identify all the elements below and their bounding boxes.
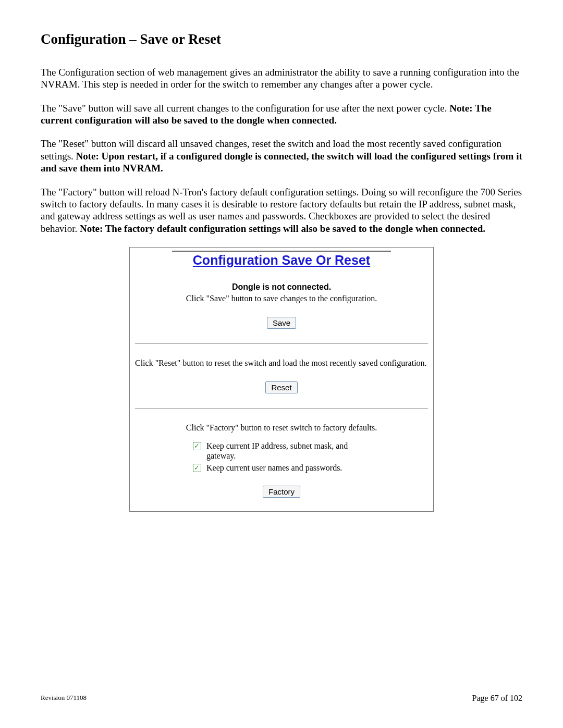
dongle-status: Dongle is not connected. bbox=[133, 282, 430, 292]
intro-paragraph: The Configuration section of web managem… bbox=[41, 66, 522, 91]
keep-users-label: Keep current user names and passwords. bbox=[206, 463, 342, 473]
keep-users-row: ✓ Keep current user names and passwords. bbox=[193, 463, 370, 473]
keep-ip-checkbox[interactable]: ✓ bbox=[193, 442, 201, 450]
reset-button[interactable]: Reset bbox=[265, 381, 297, 393]
keep-ip-row: ✓ Keep current IP address, subnet mask, … bbox=[193, 441, 370, 461]
reset-paragraph-note: Note: Upon restart, if a configured dong… bbox=[41, 151, 522, 174]
revision-text: Revision 071108 bbox=[41, 694, 87, 703]
divider-2 bbox=[135, 408, 428, 409]
divider-1 bbox=[135, 343, 428, 344]
reset-paragraph: The "Reset" button will discard all unsa… bbox=[41, 138, 522, 174]
save-paragraph: The "Save" button will save all current … bbox=[41, 102, 522, 127]
config-panel: Configuration Save Or Reset Dongle is no… bbox=[129, 247, 434, 512]
save-paragraph-text: The "Save" button will save all current … bbox=[41, 103, 449, 114]
factory-paragraph: The "Factory" button will reload N-Tron'… bbox=[41, 186, 522, 235]
keep-users-checkbox[interactable]: ✓ bbox=[193, 464, 201, 472]
page-footer: Revision 071108 Page 67 of 102 bbox=[41, 694, 522, 703]
check-icon: ✓ bbox=[194, 442, 200, 450]
factory-paragraph-note: Note: The factory default configuration … bbox=[80, 223, 485, 234]
page-heading: Configuration – Save or Reset bbox=[41, 31, 522, 47]
page-number: Page 67 of 102 bbox=[472, 694, 522, 703]
factory-button[interactable]: Factory bbox=[263, 486, 300, 498]
factory-hint: Click "Factory" button to reset switch t… bbox=[133, 423, 430, 433]
panel-title[interactable]: Configuration Save Or Reset bbox=[133, 253, 430, 268]
panel-top-rule bbox=[172, 251, 391, 252]
keep-ip-label: Keep current IP address, subnet mask, an… bbox=[206, 441, 370, 461]
reset-hint: Click "Reset" button to reset the switch… bbox=[133, 359, 430, 368]
factory-options: ✓ Keep current IP address, subnet mask, … bbox=[193, 441, 370, 473]
save-hint: Click "Save" button to save changes to t… bbox=[133, 294, 430, 303]
check-icon: ✓ bbox=[194, 464, 200, 472]
save-button[interactable]: Save bbox=[267, 317, 296, 329]
